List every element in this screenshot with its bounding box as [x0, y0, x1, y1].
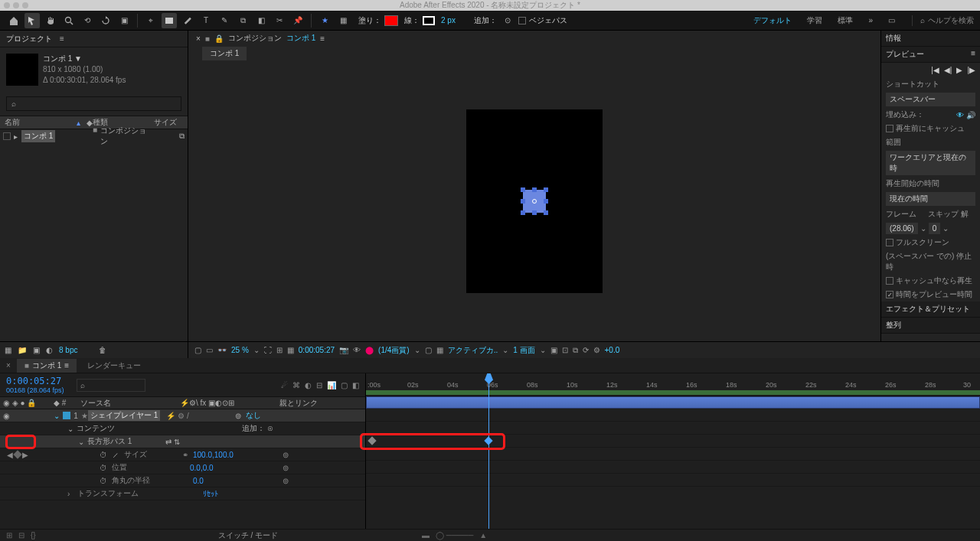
zoom-out-icon[interactable]: ▬: [422, 531, 430, 539]
add-menu-icon[interactable]: ⊙: [500, 13, 515, 28]
fullscreen-checkbox[interactable]: [886, 239, 893, 246]
sort-icon[interactable]: ▴: [77, 119, 80, 127]
time-as-preview-checkbox[interactable]: ✓: [886, 291, 893, 298]
last-frame-icon[interactable]: |▶: [967, 66, 975, 74]
timeline-comp-tab[interactable]: ■コンポ 1≡: [17, 359, 77, 373]
bpc-value[interactable]: 8 bpc: [59, 346, 77, 354]
zoom-tool-icon[interactable]: [61, 13, 77, 28]
close-icon[interactable]: ×: [3, 361, 14, 370]
traffic-lights[interactable]: [4, 2, 28, 8]
shortcut-value[interactable]: スペースバー: [886, 93, 975, 106]
panel-menu-icon[interactable]: ≡: [320, 34, 325, 43]
size-prop-row[interactable]: ◀▶ ⏱ ⟋ サイズ ⚭ 100.0,100.0 ⊚: [0, 448, 365, 461]
ws-standard[interactable]: 標準: [835, 14, 856, 28]
stroke-swatch[interactable]: [423, 16, 435, 25]
view-value[interactable]: 1 画面: [513, 345, 534, 356]
add-key-icon[interactable]: [13, 450, 21, 458]
comp-name[interactable]: コンポ 1 ▼: [43, 54, 126, 64]
fps-value[interactable]: (28.06): [886, 223, 918, 234]
interpret-icon[interactable]: ▦: [5, 346, 11, 354]
ws-panel-icon[interactable]: ▭: [885, 15, 898, 26]
channel-icon[interactable]: ⬤: [365, 346, 374, 354]
full-icon[interactable]: ⛶: [264, 346, 272, 354]
prev-frame-icon[interactable]: ◀|: [944, 66, 952, 74]
play-from-value[interactable]: 現在の時間: [886, 192, 975, 206]
home-icon[interactable]: [6, 13, 21, 28]
range-value[interactable]: ワークエリアと現在の時: [886, 151, 975, 175]
selection-tool-icon[interactable]: [24, 13, 40, 28]
panel-menu-icon[interactable]: ≡: [64, 361, 69, 370]
view-icon1[interactable]: ▣: [550, 346, 557, 354]
brush-tool-icon[interactable]: ✎: [217, 13, 232, 28]
graph-icon[interactable]: 📊: [327, 381, 336, 389]
comp-thumbnail[interactable]: [6, 54, 38, 86]
skip-value[interactable]: 0: [929, 223, 941, 234]
comp-mini-tab[interactable]: コンポ 1: [202, 47, 247, 60]
dropdown-icon[interactable]: ⌄: [942, 224, 949, 233]
expression-icon[interactable]: ⊚: [283, 451, 365, 459]
switch2-icon[interactable]: ◧: [352, 381, 359, 389]
switches-mode-toggle[interactable]: スイッチ / モード: [218, 530, 278, 541]
view-icon4[interactable]: ⟳: [583, 346, 589, 354]
camera-value[interactable]: アクティブカ..: [448, 345, 498, 356]
col-name[interactable]: 名前: [5, 117, 20, 128]
shape-rectangle[interactable]: [523, 190, 546, 213]
keyframe-nav[interactable]: ◀▶: [7, 451, 28, 459]
rotate-tool-icon[interactable]: [98, 13, 113, 28]
ws-learn[interactable]: 学習: [804, 14, 825, 28]
position-prop-row[interactable]: ⏱ 位置 0.0,0.0 ⊚: [0, 461, 365, 474]
pan-behind-tool-icon[interactable]: ⌖: [143, 13, 158, 28]
res-icon[interactable]: ▭: [206, 346, 213, 354]
dropdown-icon[interactable]: ⌄: [920, 224, 926, 233]
pen-tool-icon[interactable]: [180, 13, 195, 28]
view-icon3[interactable]: ⧉: [573, 346, 578, 355]
stopwatch-icon[interactable]: ⏱: [100, 477, 107, 485]
size-value[interactable]: 100.0,100.0: [193, 451, 234, 459]
node-icon[interactable]: ⌘: [292, 381, 300, 389]
bezier-checkbox[interactable]: [518, 17, 526, 24]
toggle-icon[interactable]: ⊞: [6, 531, 12, 539]
expression-icon[interactable]: ⊚: [283, 464, 365, 472]
prev-key-icon[interactable]: ◀: [7, 451, 13, 459]
cache-before-checkbox[interactable]: [886, 125, 893, 132]
stopwatch-icon[interactable]: ⏱: [100, 451, 107, 459]
position-value[interactable]: 0.0,0.0: [190, 464, 214, 472]
label-col-icon[interactable]: ◆: [87, 119, 93, 127]
puppet-tool-icon[interactable]: 📌: [290, 13, 305, 28]
grid-icon[interactable]: ▦: [287, 346, 294, 354]
layer-row[interactable]: ◉ ⌄ 1 ★ シェイプレイヤー 1 ⚡ ⚙ / ⊚ なし: [0, 409, 365, 422]
help-search[interactable]: ⌕ ヘルプを検索: [912, 15, 974, 26]
blur-icon[interactable]: ◐: [305, 381, 312, 389]
play-if-cached-checkbox[interactable]: [886, 277, 893, 285]
dropdown-icon[interactable]: ⌄: [414, 346, 420, 354]
col-parent[interactable]: 親とリンク: [279, 398, 318, 409]
timeline-search[interactable]: ⌕: [77, 379, 145, 392]
zoom-slider[interactable]: ◯ ─────: [436, 531, 473, 539]
stopwatch-icon[interactable]: ⏱: [100, 464, 107, 472]
zoom-in-icon[interactable]: ▲: [479, 531, 487, 539]
layer-bar[interactable]: [366, 396, 980, 409]
preview-panel-tab[interactable]: プレビュー: [886, 49, 924, 60]
first-frame-icon[interactable]: |◀: [931, 66, 939, 74]
safe-icon[interactable]: ⊞: [276, 346, 283, 354]
panel-menu-icon[interactable]: ≡: [60, 34, 64, 43]
project-item-row[interactable]: ▸ コンポ 1 ■コンポジション ⧉: [0, 129, 188, 143]
parent-value[interactable]: なし: [246, 410, 261, 421]
ws-more-icon[interactable]: »: [865, 15, 876, 26]
rectangle-tool-icon[interactable]: [162, 13, 177, 28]
eye-icon[interactable]: 👁: [956, 111, 964, 119]
camera-tool-icon[interactable]: ▣: [116, 13, 132, 28]
text-tool-icon[interactable]: T: [198, 13, 214, 28]
exposure-value[interactable]: +0.0: [605, 346, 620, 354]
timeline-tracks[interactable]: :00s 02s 04s 06s 08s 10s 12s 14s 16s 18s…: [366, 373, 980, 529]
view-icon2[interactable]: ⊡: [562, 346, 568, 354]
alpha-icon[interactable]: ▢: [194, 346, 201, 354]
stroke-width[interactable]: 2 px: [441, 16, 456, 24]
star-icon[interactable]: ★: [317, 13, 332, 28]
project-search[interactable]: ⌕: [6, 96, 181, 111]
size-keyframe-track[interactable]: [366, 435, 980, 448]
roundness-prop-row[interactable]: ⏱ 角丸の半径 0.0 ⊚: [0, 474, 365, 487]
time-ruler[interactable]: :00s 02s 04s 06s 08s 10s 12s 14s 16s 18s…: [366, 373, 980, 396]
reset-link[interactable]: ﾘｾｯﾄ: [203, 490, 218, 498]
audio-icon[interactable]: 🔊: [966, 111, 975, 119]
